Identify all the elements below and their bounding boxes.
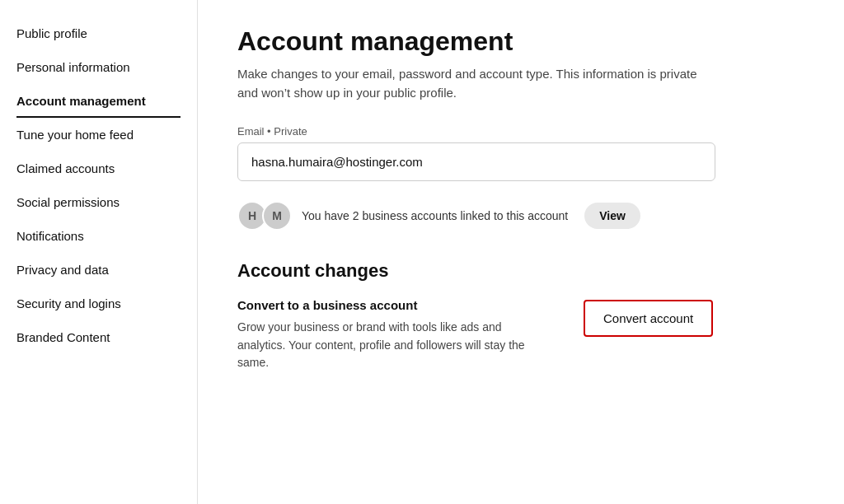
- sidebar-item-privacy-and-data[interactable]: Privacy and data: [0, 253, 197, 287]
- sidebar-item-social-permissions[interactable]: Social permissions: [0, 185, 197, 219]
- view-linked-accounts-button[interactable]: View: [584, 203, 640, 229]
- convert-account-button[interactable]: Convert account: [584, 300, 713, 337]
- email-field-label: Email • Private: [237, 125, 804, 138]
- sidebar-item-personal-information[interactable]: Personal information: [0, 50, 197, 84]
- email-input[interactable]: [237, 142, 715, 181]
- linked-accounts-text: You have 2 business accounts linked to t…: [302, 209, 568, 222]
- page-description: Make changes to your email, password and…: [237, 65, 715, 102]
- avatar-stack: H M: [237, 201, 292, 231]
- sidebar-item-public-profile[interactable]: Public profile: [0, 16, 197, 50]
- account-change-row: Convert to a business account Grow your …: [237, 298, 804, 372]
- sidebar-item-tune-home-feed[interactable]: Tune your home feed: [0, 118, 197, 152]
- sidebar-item-security-and-logins[interactable]: Security and logins: [0, 287, 197, 320]
- account-changes-title: Account changes: [237, 260, 804, 282]
- main-content: Account management Make changes to your …: [198, 0, 844, 504]
- convert-to-business-info: Convert to a business account Grow your …: [237, 298, 551, 372]
- sidebar-item-account-management[interactable]: Account management: [0, 84, 197, 118]
- avatar-m: M: [262, 201, 292, 231]
- sidebar: Public profilePersonal informationAccoun…: [0, 0, 198, 504]
- sidebar-item-branded-content[interactable]: Branded Content: [0, 320, 197, 354]
- sidebar-item-notifications[interactable]: Notifications: [0, 219, 197, 253]
- linked-accounts-row: H M You have 2 business accounts linked …: [237, 201, 804, 231]
- convert-to-business-description: Grow your business or brand with tools l…: [237, 319, 551, 372]
- page-title: Account management: [237, 26, 804, 57]
- convert-to-business-title: Convert to a business account: [237, 298, 551, 312]
- sidebar-item-claimed-accounts[interactable]: Claimed accounts: [0, 152, 197, 185]
